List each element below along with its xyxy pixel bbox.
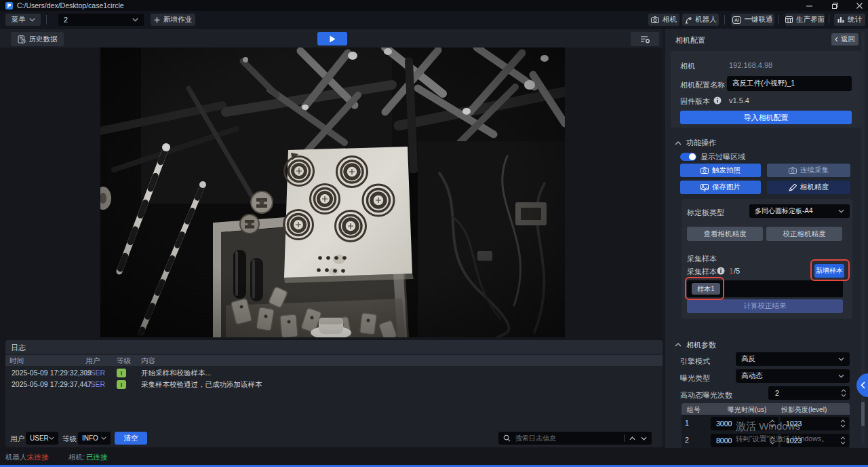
board-type-select[interactable]: 多同心圆标定板-A4: [749, 204, 850, 218]
save-image-button[interactable]: 保存图片: [680, 181, 761, 194]
exposure-input[interactable]: [711, 417, 766, 430]
minimize-button[interactable]: [799, 0, 819, 11]
camera-ip-value: 192.168.4.98: [729, 61, 772, 69]
search-divider: [624, 434, 625, 442]
scrollbar-thumb[interactable]: [861, 402, 865, 426]
restore-button[interactable]: [825, 0, 845, 11]
board-type-label: 标定板类型: [687, 208, 724, 218]
brightness-stepper[interactable]: [781, 434, 849, 447]
ai-icon: AI: [732, 16, 741, 24]
compute-correction-button[interactable]: 计算校正结果: [687, 299, 843, 313]
log-col-time: 时间: [9, 356, 24, 366]
stepper-arrows-icon[interactable]: [841, 389, 846, 397]
log-level-filter-select[interactable]: INFO: [78, 432, 111, 445]
camera-config-panel: 相机配置 返回 相机 192.168.4.98 相机配置名称 固件版本 v1.5…: [665, 29, 868, 448]
overexposure-label: 显示过曝区域: [701, 152, 745, 162]
robot-view-button[interactable]: 机器人: [682, 14, 719, 26]
stepper-arrows-icon[interactable]: [770, 419, 775, 428]
log-row[interactable]: 2025-05-09 17:29:37,447 USER I 采集样本校验通过，…: [5, 379, 663, 390]
job-select[interactable]: 2: [58, 14, 144, 26]
camera-view-label: 相机: [663, 15, 677, 24]
info-icon[interactable]: [717, 267, 725, 275]
brightness-stepper[interactable]: [781, 417, 849, 430]
collapse-icon[interactable]: [675, 141, 682, 145]
table-row: 1: [682, 415, 850, 432]
view-precision-button[interactable]: 查看相机精度: [687, 227, 763, 241]
play-button[interactable]: [317, 32, 347, 45]
stepper-arrows-icon[interactable]: [770, 436, 775, 445]
next-match-icon[interactable]: [641, 436, 647, 441]
camera-view-button[interactable]: 相机: [648, 14, 679, 26]
hdr-count-label: 高动态曝光次数: [680, 390, 732, 400]
close-button[interactable]: [849, 0, 868, 11]
fix-precision-label: 校正相机精度: [783, 229, 826, 239]
viewer-region: 历史数据: [0, 29, 663, 448]
camera-icon: [789, 167, 797, 174]
history-icon: [18, 35, 26, 43]
title-bar: C:/Users/dex/Desktop/case1circle: [0, 0, 868, 11]
trigger-capture-label: 触发拍照: [712, 166, 741, 175]
new-job-label: 新增作业: [163, 15, 192, 24]
collapse-icon[interactable]: [675, 343, 682, 347]
new-job-button[interactable]: 新增作业: [151, 14, 195, 26]
prev-match-icon[interactable]: [629, 436, 635, 441]
log-row[interactable]: 2025-05-09 17:29:32,309 USER I 开始采样和校验样本…: [5, 367, 663, 379]
camera-precision-button[interactable]: 相机精度: [767, 181, 850, 194]
exposure-stepper[interactable]: [711, 417, 778, 430]
production-button[interactable]: 生产界面: [785, 14, 825, 26]
back-button[interactable]: 返回: [831, 33, 859, 45]
back-label: 返回: [841, 35, 855, 44]
import-config-button[interactable]: 导入相机配置: [680, 111, 852, 124]
ai-connect-button[interactable]: AI 一键联通: [731, 14, 774, 26]
add-sample-button[interactable]: 新增样本: [814, 264, 844, 278]
status-bar: 机器人: 未连接 相机: 已连接: [0, 448, 868, 465]
exposure-type-value: 高动态: [741, 371, 763, 381]
clear-log-button[interactable]: 清空: [115, 432, 147, 445]
trigger-capture-button[interactable]: 触发拍照: [680, 164, 761, 177]
sample-tab[interactable]: 样本1: [692, 283, 720, 295]
sample-tab-label: 样本1: [697, 284, 715, 294]
exposure-stepper[interactable]: [711, 434, 778, 447]
log-user: USER: [85, 380, 105, 388]
compute-correction-label: 计算校正结果: [744, 301, 787, 311]
continuous-capture-label: 连续采集: [800, 166, 829, 175]
exposure-type-select[interactable]: 高动态: [736, 369, 850, 383]
chart-icon: [837, 16, 844, 23]
log-level: I: [121, 370, 123, 377]
toggle-knob: [689, 153, 696, 160]
log-search-box: [498, 432, 652, 445]
log-content: 开始采样和校验样本...: [141, 369, 211, 378]
params-section-title: 相机参数: [686, 340, 716, 350]
history-data-label: 历史数据: [29, 35, 58, 44]
info-icon[interactable]: [713, 96, 722, 105]
log-level-badge: I: [117, 380, 126, 389]
log-content: 采集样本校验通过，已成功添加该样本: [141, 380, 262, 390]
log-user-filter-label: 用户: [10, 434, 24, 444]
history-data-button[interactable]: 历史数据: [11, 32, 64, 46]
display-settings-button[interactable]: [631, 32, 659, 46]
menu-dropdown[interactable]: 菜单: [5, 14, 41, 26]
log-level-filter-value: INFO: [82, 434, 98, 442]
stats-button[interactable]: 统计: [834, 14, 865, 26]
engine-mode-select[interactable]: 高反: [736, 352, 850, 366]
stepper-arrows-icon[interactable]: [840, 419, 846, 428]
search-icon: [503, 434, 511, 442]
stepper-arrows-icon[interactable]: [840, 436, 846, 445]
log-col-user: 用户: [85, 356, 100, 366]
chevron-down-icon: [838, 374, 844, 378]
hdr-count-stepper[interactable]: [768, 386, 850, 400]
fix-precision-button[interactable]: 校正相机精度: [766, 227, 842, 241]
hdr-count-input[interactable]: [768, 386, 836, 400]
config-name-input[interactable]: [727, 76, 852, 91]
log-user-filter-select[interactable]: USER: [26, 432, 58, 445]
play-icon: [330, 35, 336, 43]
exposure-input[interactable]: [711, 434, 766, 447]
brightness-input[interactable]: [781, 417, 836, 430]
camera-precision-label: 相机精度: [800, 183, 829, 192]
brightness-input[interactable]: [781, 434, 836, 447]
overexposure-toggle[interactable]: [680, 153, 696, 161]
stats-label: 统计: [848, 15, 862, 24]
config-name-label: 相机配置名称: [680, 80, 725, 90]
continuous-capture-button[interactable]: 连续采集: [767, 164, 850, 177]
log-search-input[interactable]: [515, 434, 619, 442]
